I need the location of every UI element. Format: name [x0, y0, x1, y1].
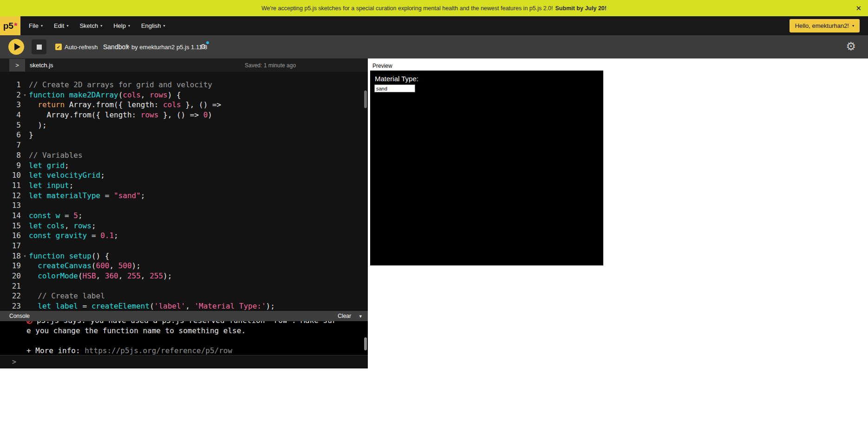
code-line: 11let input;: [0, 181, 368, 191]
preview-canvas: Material Type:: [370, 71, 603, 265]
code-line: 3 return Array.from({ length: cols }, ()…: [0, 100, 368, 110]
menu-english[interactable]: English▾: [136, 16, 171, 35]
console-prompt[interactable]: >: [0, 355, 368, 368]
editor-scrollbar-thumb[interactable]: [364, 90, 367, 108]
console-collapse-icon[interactable]: ▾: [359, 311, 362, 321]
code-line: 16const gravity = 0.1;: [0, 231, 368, 241]
chevron-down-icon: ▾: [66, 24, 68, 28]
preview-pane: Preview Material Type:: [368, 58, 868, 368]
sidebar-collapse-button[interactable]: >: [9, 59, 25, 71]
settings-gear-icon[interactable]: ⚙: [846, 40, 856, 53]
code-line: 1// Create 2D arrays for grid and veloci…: [0, 80, 368, 90]
code-line: 17: [0, 241, 368, 251]
sketch-name[interactable]: Sandbox: [103, 43, 129, 51]
menu-edit[interactable]: Edit▾: [48, 16, 74, 35]
console-title: Console: [9, 311, 30, 321]
banner-cta[interactable]: Submit by July 20!: [555, 5, 607, 12]
stop-button[interactable]: [32, 39, 46, 54]
tab-sketch-js[interactable]: sketch.js: [30, 62, 53, 69]
code-line: 15let cols, rows;: [0, 221, 368, 231]
code-line: 8// Variables: [0, 150, 368, 161]
menu-bar: File▾Edit▾Sketch▾Help▾English▾: [23, 16, 171, 35]
code-line: 7: [0, 140, 368, 150]
console-header: Console Clear ▾: [0, 311, 368, 321]
chevron-down-icon: ▾: [41, 24, 43, 28]
code-line: 10let velocityGrid;: [0, 170, 368, 181]
code-line: 6}: [0, 130, 368, 140]
code-lines: 1// Create 2D arrays for grid and veloci…: [0, 72, 368, 311]
menu-sketch[interactable]: Sketch▾: [74, 16, 108, 35]
chevron-down-icon: ▾: [100, 24, 102, 28]
code-line: 13: [0, 200, 368, 211]
menu-file[interactable]: File▾: [23, 16, 48, 35]
account-label: Hello, emekturhan2!: [795, 22, 849, 29]
console-messages: p5.js says: you have used a p5.js reserv…: [0, 321, 368, 355]
console-line: p5.js says: you have used a p5.js reserv…: [0, 321, 368, 326]
prompt-chevron-icon: >: [12, 355, 16, 369]
header-bar: p5 * File▾Edit▾Sketch▾Help▾English▾ Hell…: [0, 16, 868, 35]
code-line: 2▾function make2DArray(cols, rows) {: [0, 90, 368, 100]
code-line: 19 createCanvas(600, 500);: [0, 261, 368, 271]
code-line: 14const w = 5;: [0, 211, 368, 221]
stop-icon: [37, 45, 42, 50]
logo-asterisk-icon: *: [14, 21, 17, 31]
toolbar: ✓ Auto-refresh Sandbox ✎ by emekturhan2 …: [0, 35, 868, 58]
console-line: + More info: https://p5js.org/reference/…: [0, 346, 368, 355]
code-line: 12let materialType = "sand";: [0, 191, 368, 201]
console-line: e you change the function name to someth…: [0, 326, 368, 336]
account-button[interactable]: Hello, emekturhan2! ▾: [790, 19, 860, 32]
chevron-down-icon: ▾: [163, 24, 165, 28]
menu-help[interactable]: Help▾: [108, 16, 136, 35]
code-line: 23 let label = createElement('label', 'M…: [0, 301, 368, 311]
console-body: p5.js says: you have used a p5.js reserv…: [0, 321, 368, 355]
console-line: [0, 336, 368, 346]
console-link[interactable]: https://p5js.org/reference/p5/row: [85, 346, 232, 355]
fold-icon[interactable]: ▾: [21, 251, 29, 261]
version-gear-icon[interactable]: ⚙: [200, 43, 206, 50]
edit-pencil-icon[interactable]: ✎: [125, 43, 130, 50]
p5-logo[interactable]: p5 *: [0, 16, 20, 35]
fold-icon[interactable]: ▾: [21, 90, 29, 100]
notification-dot: [206, 41, 209, 44]
code-editor[interactable]: 1// Create 2D arrays for grid and veloci…: [0, 72, 368, 311]
editor-tabbar: > sketch.js Saved: 1 minute ago: [0, 58, 368, 72]
code-line: 5 );: [0, 120, 368, 130]
chevron-down-icon: ▾: [128, 24, 130, 28]
saved-status: Saved: 1 minute ago: [245, 62, 296, 69]
preview-title: Preview: [372, 63, 392, 69]
material-type-input[interactable]: [374, 84, 415, 92]
play-icon: [14, 43, 20, 51]
sketch-author: by emekturhan2: [131, 44, 175, 51]
chevron-down-icon: ▾: [852, 24, 854, 28]
code-line: 20 colorMode(HSB, 360, 255, 255);: [0, 271, 368, 281]
code-line: 9let grid;: [0, 161, 368, 171]
close-icon[interactable]: ✕: [855, 4, 861, 13]
code-line: 21: [0, 281, 368, 291]
auto-refresh-label[interactable]: Auto-refresh: [65, 44, 98, 51]
code-line: 4 Array.from({ length: rows }, () => 0): [0, 110, 368, 120]
play-button[interactable]: [8, 39, 24, 55]
console-scrollbar-thumb[interactable]: [364, 337, 367, 350]
auto-refresh-checkbox[interactable]: ✓: [55, 44, 62, 50]
error-icon: [26, 321, 33, 324]
announcement-banner: We're accepting p5.js sketches for a spe…: [0, 0, 868, 16]
material-type-label: Material Type:: [375, 75, 418, 83]
console-clear-button[interactable]: Clear: [338, 311, 351, 321]
code-line: 22 // Create label: [0, 291, 368, 301]
code-line: 18▾function setup() {: [0, 251, 368, 261]
banner-message: We're accepting p5.js sketches for a spe…: [261, 5, 553, 12]
logo-text: p5: [3, 21, 13, 31]
